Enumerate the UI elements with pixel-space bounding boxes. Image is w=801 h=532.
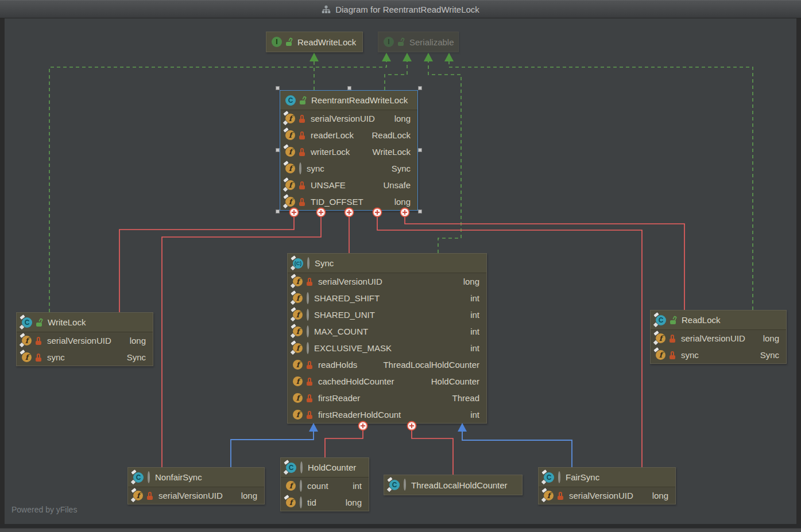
selection-handle[interactable] (418, 86, 422, 90)
field-row[interactable]: fsyncSync (17, 349, 153, 366)
edge-line (428, 61, 461, 253)
node-header[interactable]: CReadLock (651, 310, 786, 330)
class-node-NonfairSync[interactable]: CNonfairSyncfserialVersionUIDlong (127, 467, 265, 504)
edge-association-ReentrantReadWriteLock-WriteLock[interactable] (119, 208, 299, 313)
selection-handle[interactable] (418, 148, 422, 152)
field-row[interactable]: fMAX_COUNTint (288, 323, 486, 340)
field-row[interactable]: fUNSAFEUnsafe (280, 177, 417, 193)
private-lock-icon (670, 351, 676, 359)
field-row[interactable]: fserialVersionUIDlong (280, 110, 417, 127)
field-row[interactable]: freaderLockReadLock (280, 127, 417, 143)
class-node-ReadLock[interactable]: CReadLockfserialVersionUIDlongfsyncSync (650, 310, 787, 364)
node-header[interactable]: CNonfairSync (128, 468, 264, 487)
field-row[interactable]: ffirstReaderThread (288, 390, 486, 406)
field-icon: f (285, 164, 295, 173)
private-lock-icon (307, 361, 313, 369)
field-name: firstReader (318, 393, 360, 403)
class-node-WriteLock[interactable]: CWriteLockfserialVersionUIDlongfsyncSync (16, 312, 153, 366)
field-icon: f (286, 498, 296, 507)
edge-implements-Sync-Serializable[interactable] (424, 53, 461, 253)
selection-handle[interactable] (276, 86, 280, 90)
field-type: HoldCounter (423, 376, 479, 386)
selection-handle[interactable] (347, 86, 351, 90)
package-local-icon (558, 472, 560, 483)
class-node-Sync[interactable]: (C)SyncfserialVersionUIDlongfSHARED_SHIF… (287, 253, 487, 424)
field-name: firstReaderHoldCount (318, 410, 401, 420)
field-row[interactable]: fserialVersionUIDlong (128, 487, 264, 504)
interface-node-ReadWriteLock[interactable]: IReadWriteLock (266, 32, 363, 52)
node-title: HoldCounter (308, 463, 356, 472)
node-header[interactable]: IReadWriteLock (266, 32, 362, 52)
field-row[interactable]: fEXCLUSIVE_MASKint (288, 340, 486, 356)
edge-association-Sync-HoldCounter[interactable] (325, 422, 367, 458)
field-name: SHARED_UNIT (314, 310, 375, 320)
class-node-ReentrantReadWriteLock[interactable]: CReentrantReadWriteLockfserialVersionUID… (280, 90, 418, 211)
package-local-icon (307, 343, 309, 354)
field-name: serialVersionUID (47, 336, 111, 345)
field-row[interactable]: fsyncSync (280, 160, 417, 177)
package-local-icon (307, 327, 309, 337)
edge-implements-ReentrantReadWriteLock-Serializable[interactable] (385, 53, 412, 90)
edge-implements-ReadLock-Serializable[interactable] (444, 53, 753, 310)
title-bar[interactable]: Diagram for ReentrantReadWriteLock (0, 0, 801, 18)
edge-line (385, 61, 407, 90)
interface-icon: I (272, 37, 282, 47)
private-lock-icon (307, 378, 313, 386)
field-row[interactable]: ffirstReaderHoldCountint (288, 406, 486, 423)
field-row[interactable]: fcountint (281, 477, 369, 494)
field-row[interactable]: fsyncSync (651, 347, 786, 363)
field-name: TID_OFFSET (311, 197, 363, 207)
edge-association-ReentrantReadWriteLock-Sync[interactable] (345, 208, 354, 254)
node-header[interactable]: (C)Sync (288, 254, 486, 273)
field-name: SHARED_SHIFT (314, 293, 380, 303)
node-title: FairSync (566, 472, 599, 482)
field-name: readHolds (318, 360, 357, 370)
class-node-ThreadLocalHoldCounter[interactable]: CThreadLocalHoldCounter (384, 475, 523, 495)
node-header[interactable]: CWriteLock (17, 313, 153, 332)
field-row[interactable]: fserialVersionUIDlong (651, 330, 786, 347)
field-name: tid (307, 498, 316, 507)
class-node-HoldCounter[interactable]: CHoldCounterfcountintftidlong (280, 457, 369, 511)
class-node-FairSync[interactable]: CFairSyncfserialVersionUIDlong (538, 467, 676, 504)
field-row[interactable]: fTID_OFFSETlong (280, 193, 417, 210)
public-lock-icon (398, 38, 404, 46)
field-type: long (644, 491, 668, 500)
selection-handle[interactable] (418, 209, 422, 213)
extends-arrowhead (309, 423, 318, 432)
node-header[interactable]: ISerializable (378, 32, 458, 52)
private-lock-icon (558, 492, 564, 500)
edge-line (412, 430, 453, 475)
node-header[interactable]: CHoldCounter (281, 458, 369, 477)
field-row[interactable]: fserialVersionUIDlong (288, 273, 486, 290)
field-row[interactable]: fserialVersionUIDlong (17, 332, 153, 349)
field-row[interactable]: fcachedHoldCounterHoldCounter (288, 373, 486, 390)
field-icon: f (22, 336, 32, 345)
private-lock-icon (147, 492, 153, 500)
selection-handle[interactable] (276, 209, 280, 213)
field-row[interactable]: fserialVersionUIDlong (539, 487, 675, 504)
diagram-canvas[interactable]: Powered by yFiles IReadWriteLockISeriali… (5, 18, 796, 524)
field-row[interactable]: ftidlong (281, 494, 369, 511)
private-lock-icon (307, 278, 313, 286)
field-row[interactable]: fwriterLockWriteLock (280, 143, 417, 160)
field-icon: f (544, 491, 554, 500)
interface-node-Serializable[interactable]: ISerializable (378, 32, 459, 52)
field-row[interactable]: freadHoldsThreadLocalHoldCounter (288, 356, 486, 373)
field-row[interactable]: fSHARED_UNITint (288, 306, 486, 323)
field-type: WriteLock (365, 147, 411, 157)
node-header[interactable]: CFairSync (539, 468, 675, 487)
field-name: serialVersionUID (311, 114, 375, 123)
edge-extends-FairSync-Sync[interactable] (458, 423, 572, 467)
field-name: sync (681, 350, 699, 360)
field-name: MAX_COUNT (314, 327, 368, 336)
edge-association-Sync-ThreadLocalHoldCounter[interactable] (408, 422, 454, 475)
field-row[interactable]: fSHARED_SHIFTint (288, 290, 486, 306)
public-lock-icon (300, 96, 306, 104)
node-title: ReadLock (682, 315, 721, 325)
selection-handle[interactable] (276, 148, 280, 152)
edge-implements-ReentrantReadWriteLock-ReadWriteLock[interactable] (309, 53, 319, 90)
node-title: ReadWriteLock (297, 37, 356, 47)
node-header[interactable]: CThreadLocalHoldCounter (384, 475, 522, 495)
window-title: Diagram for ReentrantReadWriteLock (335, 5, 479, 14)
node-header[interactable]: CReentrantReadWriteLock (280, 91, 417, 110)
